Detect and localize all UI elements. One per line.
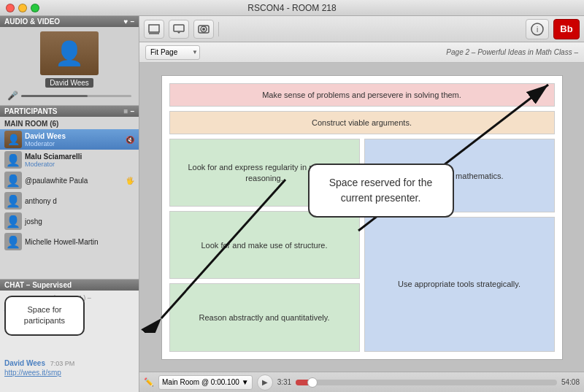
toolbar: i Bb <box>139 16 584 42</box>
minimize-button[interactable] <box>18 4 27 12</box>
muted-icon: 🔇 <box>126 136 134 144</box>
fit-select-wrap: Fit Page Fit Width Actual Size ▼ <box>145 45 200 60</box>
participant-name: anthony d <box>25 197 134 205</box>
participants-header: PARTICIPANTS ≡ – <box>0 106 139 117</box>
participant-role: Moderator <box>25 161 134 168</box>
chat-messages: – ( 9:13 PM ) – joshg yep Michell... Yes… <box>0 291 139 392</box>
end-time: 54:08 <box>561 378 580 386</box>
blackboard-button[interactable]: Bb <box>553 19 580 39</box>
chat-time-inline: 7:03 PM <box>50 360 75 367</box>
participant-item[interactable]: 👤 Michelle Howell-Martin <box>0 231 139 252</box>
participant-item[interactable]: 👤 joshg <box>0 211 139 231</box>
avatar: 👤 <box>4 131 22 148</box>
participant-info: Malu Sciamarelli Moderator <box>25 153 134 168</box>
space-participants-callout: Space for participants <box>4 296 85 336</box>
bb-label: Bb <box>560 23 572 34</box>
avatar-generic-icon: 👤 <box>6 174 20 188</box>
play-icon: ▶ <box>262 378 268 386</box>
progress-thumb <box>307 377 318 388</box>
pencil-icon: ✏️ <box>144 377 154 387</box>
chevron-room-icon: ▼ <box>242 378 249 386</box>
participants-section: PARTICIPANTS ≡ – MAIN ROOM (6) 👤 Da <box>0 106 139 279</box>
space-participants-text: Space for participants <box>24 305 65 325</box>
mic-icon[interactable]: 🎤 <box>7 91 18 101</box>
participant-name: joshg <box>25 218 134 226</box>
participant-item[interactable]: 👤 David Wees Moderator 🔇 <box>0 129 139 150</box>
practice-box-1: Make sense of problems and persevere in … <box>169 83 555 107</box>
chat-title: CHAT – Supervised <box>4 281 72 289</box>
screen-share-button[interactable] <box>169 20 189 39</box>
sort-icon: ≡ <box>124 107 128 115</box>
space-presenter-callout: Space reserved for the current presenter… <box>308 164 454 218</box>
chat-link[interactable]: http://wees.it/smp <box>4 369 61 377</box>
toolbar-separator <box>218 22 219 36</box>
right-panel: i Bb Fit Page Fit Width Actual Size ▼ Pa… <box>139 16 584 392</box>
participant-info: David Wees Moderator <box>25 132 123 147</box>
hand-raise-icon: 🖐 <box>126 177 134 185</box>
fit-page-select[interactable]: Fit Page Fit Width Actual Size <box>145 45 200 60</box>
av-header: AUDIO & VIDEO ♥ – <box>0 16 139 27</box>
av-controls: 🎤 <box>4 91 134 101</box>
chat-message: David Wees 7:03 PM <box>4 359 134 367</box>
chat-message-link[interactable]: http://wees.it/smp <box>4 369 134 377</box>
toolbar-right: i Bb <box>526 19 580 39</box>
minus-participants-icon: – <box>130 107 134 115</box>
webcam-icon <box>198 24 210 34</box>
practice-row-1: Make sense of problems and persevere in … <box>169 83 555 107</box>
participant-name: Malu Sciamarelli <box>25 153 134 161</box>
participant-item[interactable]: 👤 anthony d <box>0 191 139 211</box>
chat-sender: David Wees <box>4 359 45 367</box>
av-person-name: David Wees <box>45 78 93 88</box>
minus-icon: – <box>130 18 134 26</box>
volume-slider[interactable] <box>21 95 131 97</box>
av-icons: ♥ – <box>124 18 135 26</box>
progress-bar[interactable] <box>296 380 557 385</box>
room-selector-text: Main Room @ 0:00.100 <box>162 378 239 386</box>
participant-info: joshg <box>25 218 134 226</box>
participant-info: @paulawhite Paula <box>25 177 123 185</box>
close-button[interactable] <box>6 4 15 12</box>
participant-info: Michelle Howell-Martin <box>25 238 134 246</box>
fit-page-bar: Fit Page Fit Width Actual Size ▼ Page 2 … <box>139 42 584 63</box>
participant-item[interactable]: 👤 @paulawhite Paula 🖐 <box>0 170 139 191</box>
svg-point-5 <box>202 28 205 31</box>
current-time: 3:31 <box>277 378 291 386</box>
whiteboard-tool-button[interactable] <box>144 20 164 39</box>
maximize-button[interactable] <box>31 4 39 12</box>
participant-name: @paulawhite Paula <box>25 177 123 185</box>
slide-container: Make sense of problems and persevere in … <box>161 75 563 360</box>
practice-box-2: Construct viable arguments. <box>169 111 555 134</box>
participants-icons: ≡ – <box>124 107 134 115</box>
screen-share-icon <box>173 24 185 34</box>
practice-box-5: Look for and make use of structure. <box>169 211 360 279</box>
svg-rect-0 <box>149 25 159 32</box>
person-icon: 👤 <box>55 39 84 67</box>
play-button[interactable]: ▶ <box>257 374 273 391</box>
av-content: 👤 David Wees 🎤 <box>0 27 139 105</box>
svg-rect-2 <box>174 25 184 31</box>
left-panel: AUDIO & VIDEO ♥ – 👤 David Wees 🎤 <box>0 16 139 392</box>
practice-text-7: Reason abstractly and quantitatively. <box>199 312 330 323</box>
title-bar: RSCON4 - ROOM 218 <box>0 0 584 16</box>
page-info: Page 2 – Powerful Ideas in Math Class – <box>446 48 578 56</box>
info-icon: i <box>531 23 544 36</box>
room-label: MAIN ROOM (6) <box>0 118 139 129</box>
practice-text-2: Construct viable arguments. <box>312 118 412 128</box>
avatar-generic-icon: 👤 <box>6 235 20 249</box>
participant-info: anthony d <box>25 197 134 205</box>
practice-box-7: Reason abstractly and quantitatively. <box>169 283 360 351</box>
window-controls[interactable] <box>6 4 39 12</box>
avatar: 👤 <box>4 212 22 230</box>
avatar: 👤 <box>4 192 22 210</box>
avatar: 👤 <box>4 172 22 189</box>
av-title: AUDIO & VIDEO <box>4 18 60 26</box>
participant-item[interactable]: 👤 Malu Sciamarelli Moderator <box>0 150 139 170</box>
participants-list: MAIN ROOM (6) 👤 David Wees Moderator 🔇 <box>0 117 139 279</box>
room-selector[interactable]: Main Room @ 0:00.100 ▼ <box>158 375 253 390</box>
practice-row-2: Construct viable arguments. <box>169 111 555 134</box>
participant-role: Moderator <box>25 140 123 147</box>
webcam-button[interactable] <box>193 20 214 39</box>
window-title: RSCON4 - ROOM 218 <box>247 3 336 13</box>
info-button[interactable]: i <box>526 19 549 39</box>
practice-box-6: Use appropriate tools strategically. <box>364 217 555 351</box>
